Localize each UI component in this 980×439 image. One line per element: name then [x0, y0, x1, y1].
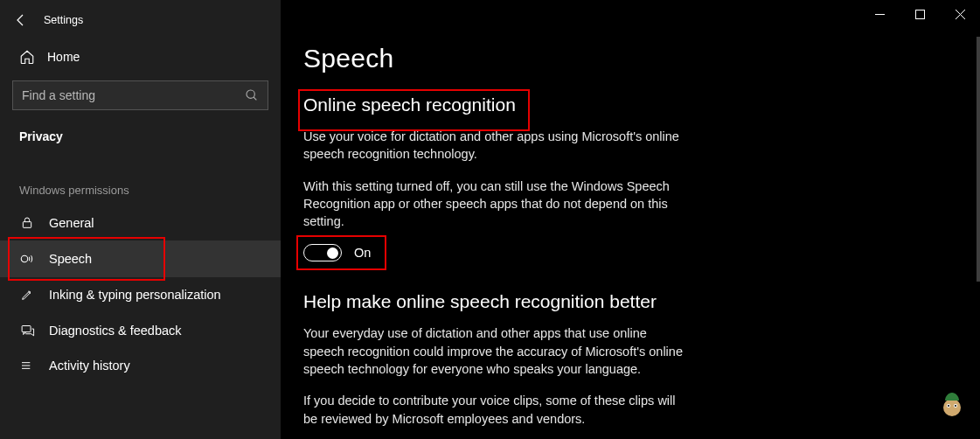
online-speech-toggle[interactable]: [303, 244, 342, 261]
home-label: Home: [47, 50, 80, 64]
pen-icon: [19, 288, 35, 302]
window-title: Settings: [44, 14, 83, 26]
svg-point-9: [955, 405, 956, 407]
mascot-badge: [935, 385, 970, 420]
nav-item-activity[interactable]: Activity history: [0, 348, 281, 383]
section-title-online-speech: Online speech recognition: [303, 94, 516, 115]
section-note: With this setting turned off, you can st…: [303, 178, 688, 231]
nav-item-general[interactable]: General: [0, 206, 281, 240]
section-note-2: If you decide to contribute your voice c…: [303, 392, 688, 428]
close-button[interactable]: [940, 0, 980, 28]
nav-item-label: Speech: [49, 252, 92, 266]
nav-item-diagnostics[interactable]: Diagnostics & feedback: [0, 312, 281, 348]
svg-point-2: [21, 255, 28, 262]
svg-point-8: [948, 405, 949, 407]
lock-icon: [19, 216, 35, 230]
toggle-knob: [327, 247, 338, 259]
history-icon: [19, 359, 35, 373]
main-content: Speech Online speech recognition Use you…: [281, 0, 980, 439]
feedback-icon: [19, 323, 35, 338]
nav-item-speech[interactable]: Speech: [0, 240, 281, 277]
nav-item-label: Inking & typing personalization: [49, 288, 221, 302]
nav-item-label: Diagnostics & feedback: [49, 324, 182, 338]
page-title: Speech: [303, 44, 945, 73]
search-input[interactable]: Find a setting: [12, 80, 268, 110]
group-label: Windows permissions: [0, 150, 281, 206]
svg-point-5: [943, 399, 961, 416]
speech-icon: [19, 251, 35, 267]
scrollbar[interactable]: [977, 28, 980, 439]
svg-rect-4: [915, 10, 924, 18]
maximize-button[interactable]: [900, 0, 940, 28]
sidebar: Settings Home Find a setting Privacy Win…: [0, 0, 281, 439]
sidebar-header: Settings: [0, 9, 281, 33]
toggle-row-online-speech: On: [303, 244, 371, 261]
window-controls: [859, 0, 980, 28]
search-icon: [245, 88, 259, 102]
back-arrow-icon[interactable]: [12, 12, 28, 28]
section-desc-2: Your everyday use of dictation and other…: [303, 324, 688, 378]
svg-rect-1: [23, 222, 31, 228]
scrollbar-thumb[interactable]: [977, 37, 980, 282]
home-nav[interactable]: Home: [0, 33, 281, 75]
svg-rect-3: [22, 326, 31, 332]
svg-point-0: [247, 90, 254, 98]
category-label: Privacy: [0, 119, 281, 150]
home-icon: [19, 49, 35, 65]
nav-item-inking[interactable]: Inking & typing personalization: [0, 277, 281, 312]
toggle-state-label: On: [354, 246, 371, 260]
search-placeholder: Find a setting: [22, 88, 95, 102]
minimize-button[interactable]: [859, 0, 900, 28]
section-title-help-improve: Help make online speech recognition bett…: [303, 291, 657, 312]
nav-item-label: Activity history: [49, 359, 130, 373]
nav-item-label: General: [49, 216, 94, 230]
section-desc: Use your voice for dictation and other a…: [303, 128, 688, 164]
